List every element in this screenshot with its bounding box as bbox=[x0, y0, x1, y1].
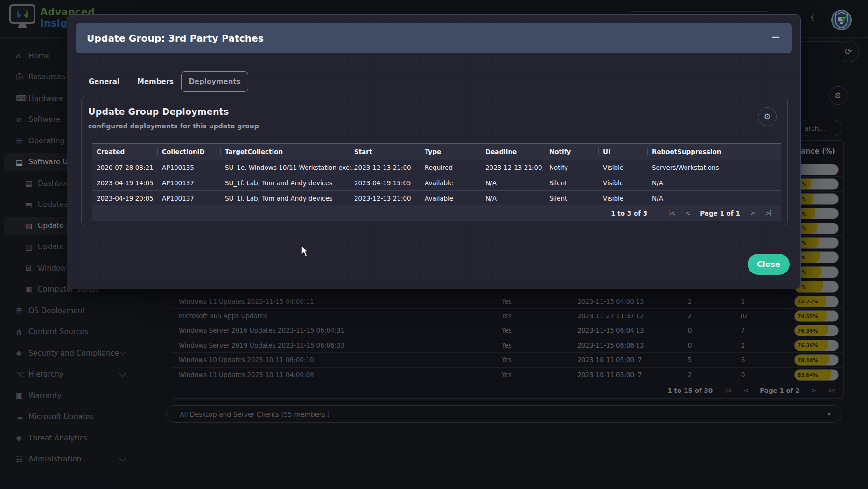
prev-page-icon[interactable]: < bbox=[685, 210, 690, 217]
close-button[interactable]: Close bbox=[748, 254, 790, 275]
cell-reboot-suppression: N/A bbox=[652, 191, 663, 206]
cell-type: Available bbox=[425, 191, 453, 206]
tab-members[interactable]: Members bbox=[137, 71, 174, 92]
card-title: Update Group Deployments bbox=[88, 106, 229, 117]
deployments-card: Update Group Deployments configured depl… bbox=[81, 97, 788, 225]
cell-collection-id: AP100137 bbox=[162, 175, 194, 190]
first-page-icon[interactable]: |< bbox=[669, 210, 675, 217]
cell-deadline: N/A bbox=[485, 175, 497, 190]
column-header: Notify bbox=[549, 144, 571, 160]
modal-title: Update Group: 3rd Party Patches bbox=[76, 33, 264, 44]
table-header-row: Created CollectionID TargetCollection St… bbox=[92, 144, 781, 160]
cell-target-collection: SU_1f. Lab, Tom and Andy devices bbox=[225, 191, 332, 206]
column-header: UI bbox=[603, 144, 610, 160]
table-row[interactable]: 2023-04-19 14:05 AP100137 SU_1f. Lab, To… bbox=[92, 175, 781, 191]
row-range: 1 to 3 of 3 bbox=[611, 210, 647, 217]
cell-type: Available bbox=[425, 175, 453, 190]
tab-label: Members bbox=[137, 77, 174, 86]
tab-label: General bbox=[89, 77, 119, 86]
cell-ui: Visible bbox=[603, 160, 623, 175]
cell-ui: Visible bbox=[603, 175, 623, 190]
column-header: TargetCollection bbox=[225, 144, 283, 160]
cell-deadline: 2023-12-13 21:00 bbox=[485, 160, 542, 175]
cell-notify: Notify bbox=[549, 160, 568, 175]
modal-header: Update Group: 3rd Party Patches — bbox=[76, 23, 792, 53]
cell-start: 2023-12-13 21:00 bbox=[354, 160, 411, 175]
card-subtitle: configured deployments for this update g… bbox=[88, 122, 259, 130]
minimize-icon[interactable]: — bbox=[771, 32, 780, 42]
cell-created: 2023-04-19 14:05 bbox=[97, 175, 154, 190]
table-pagination: 1 to 3 of 3 |< < Page 1 of 1 > >| bbox=[92, 205, 781, 221]
mouse-cursor bbox=[301, 245, 311, 258]
cell-type: Required bbox=[425, 160, 453, 175]
tab-general[interactable]: General bbox=[86, 71, 122, 92]
cell-notify: Silent bbox=[549, 175, 567, 190]
cell-start: 2023-04-19 15:05 bbox=[354, 175, 411, 190]
cell-created: 2020-07-28 08:21 bbox=[97, 160, 154, 175]
column-header: Type bbox=[425, 144, 441, 160]
deployments-table: Created CollectionID TargetCollection St… bbox=[92, 143, 781, 221]
cell-target-collection: SU_1e. Windows 10/11 Workstation excl... bbox=[225, 160, 357, 175]
next-page-icon[interactable]: > bbox=[750, 210, 755, 217]
cell-start: 2023-12-13 21:00 bbox=[354, 191, 411, 206]
last-page-icon[interactable]: >| bbox=[765, 210, 771, 217]
cell-notify: Silent bbox=[549, 191, 567, 206]
cell-ui: Visible bbox=[603, 191, 623, 206]
app-window: Advanced Insights ☾ ⟳ ⚙ arch... Complian… bbox=[0, 0, 868, 489]
tab-divider bbox=[76, 92, 792, 92]
gear-icon: ⚙ bbox=[763, 112, 770, 121]
cell-created: 2023-04-19 20:05 bbox=[97, 191, 154, 206]
column-header: Created bbox=[97, 144, 125, 160]
cell-reboot-suppression: Servers/Workstations bbox=[652, 160, 719, 175]
update-group-modal: Update Group: 3rd Party Patches — Genera… bbox=[67, 14, 801, 289]
column-header: Start bbox=[354, 144, 372, 160]
column-header: Deadline bbox=[485, 144, 517, 160]
cell-target-collection: SU_1f. Lab, Tom and Andy devices bbox=[225, 175, 332, 190]
tab-deployments[interactable]: Deployments bbox=[181, 71, 248, 92]
deployments-settings-button[interactable]: ⚙ bbox=[758, 107, 777, 126]
cell-deadline: N/A bbox=[485, 191, 497, 206]
table-row[interactable]: 2023-04-19 20:05 AP100137 SU_1f. Lab, To… bbox=[92, 190, 781, 206]
page-indicator: Page 1 of 1 bbox=[700, 210, 740, 217]
cell-collection-id: AP100135 bbox=[162, 160, 194, 175]
cell-collection-id: AP100137 bbox=[162, 191, 194, 206]
tab-label: Deployments bbox=[189, 77, 240, 86]
cell-reboot-suppression: N/A bbox=[652, 175, 663, 190]
column-header: RebootSuppression bbox=[652, 144, 721, 160]
table-row[interactable]: 2020-07-28 08:21 AP100135 SU_1e. Windows… bbox=[92, 160, 781, 175]
column-header: CollectionID bbox=[162, 144, 205, 160]
